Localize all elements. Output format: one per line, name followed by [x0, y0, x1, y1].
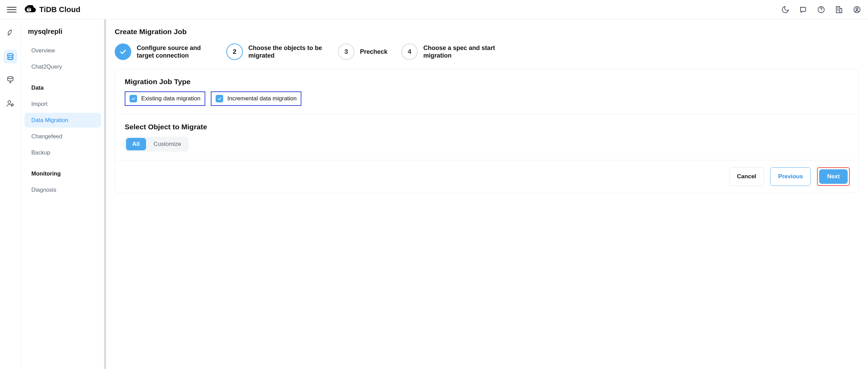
svg-point-5: [8, 53, 13, 56]
tidb-cloud-logo-icon: [22, 5, 36, 14]
select-object-customize-button[interactable]: Customize: [147, 138, 187, 150]
sidebar-item-diagnosis[interactable]: Diagnosis: [24, 182, 101, 197]
stepper: Configure source and target connection 2…: [115, 43, 858, 60]
step-2-label: Choose the objects to be migrated: [248, 44, 324, 60]
select-object-all-button[interactable]: All: [126, 138, 146, 150]
brand-name: TiDB Cloud: [39, 5, 80, 14]
sidebar: mysqlrepli Overview Chat2Query Data Impo…: [21, 19, 105, 369]
job-type-existing-checkbox[interactable]: Existing data migration: [125, 91, 205, 106]
sidebar-item-changefeed[interactable]: Changefeed: [24, 129, 101, 144]
rail-getting-started[interactable]: [3, 26, 17, 40]
cancel-button[interactable]: Cancel: [729, 167, 764, 186]
job-type-incremental-label: Incremental data migration: [227, 95, 297, 102]
topbar: TiDB Cloud: [0, 0, 868, 19]
sidebar-section-data: Data: [24, 80, 101, 95]
step-1-label: Configure source and target connection: [137, 44, 213, 60]
page-title: Create Migration Job: [115, 28, 858, 36]
topbar-right: [781, 6, 861, 14]
sidebar-item-import[interactable]: Import: [24, 97, 101, 111]
checkbox-checked-icon: [130, 95, 137, 102]
migration-card: Migration Job Type Existing data migrati…: [115, 69, 858, 193]
job-type-heading: Migration Job Type: [125, 78, 848, 86]
job-type-existing-label: Existing data migration: [141, 95, 200, 102]
rail-database[interactable]: [3, 73, 17, 87]
svg-point-1: [821, 11, 822, 12]
select-object-toggle: All Customize: [125, 137, 189, 152]
svg-rect-2: [836, 7, 840, 13]
brand[interactable]: TiDB Cloud: [22, 5, 80, 14]
layout: mysqlrepli Overview Chat2Query Data Impo…: [0, 19, 868, 369]
feedback-icon[interactable]: [799, 6, 807, 14]
job-type-row: Existing data migration Incremental data…: [125, 91, 848, 106]
step-4: 4 Choose a spec and start migration: [401, 43, 499, 60]
main-content: Create Migration Job Configure source an…: [105, 19, 868, 369]
checkbox-checked-icon: [216, 95, 223, 102]
next-button[interactable]: Next: [819, 169, 848, 184]
step-1-circle: [115, 43, 131, 60]
svg-point-8: [8, 101, 11, 103]
sidebar-section-monitoring: Monitoring: [24, 166, 101, 181]
svg-point-4: [856, 8, 858, 10]
hamburger-menu-button[interactable]: [7, 5, 17, 14]
step-2: 2 Choose the objects to be migrated: [226, 43, 324, 60]
step-1: Configure source and target connection: [115, 43, 213, 60]
job-type-incremental-checkbox[interactable]: Incremental data migration: [211, 91, 301, 106]
nav-rail: [0, 19, 21, 369]
next-button-highlight: Next: [817, 167, 850, 186]
step-4-label: Choose a spec and start migration: [423, 44, 499, 60]
organization-icon[interactable]: [835, 6, 843, 14]
job-type-section: Migration Job Type Existing data migrati…: [115, 69, 858, 114]
step-3: 3 Precheck: [338, 43, 388, 60]
svg-point-7: [8, 77, 13, 79]
moon-icon[interactable]: [781, 6, 789, 14]
sidebar-scrollbar[interactable]: [104, 19, 106, 369]
user-account-icon[interactable]: [853, 6, 861, 14]
step-4-circle: 4: [401, 43, 418, 60]
select-object-heading: Select Object to Migrate: [125, 123, 848, 131]
rail-admin[interactable]: [3, 97, 17, 110]
previous-button[interactable]: Previous: [770, 167, 811, 186]
step-3-label: Precheck: [360, 48, 388, 56]
step-2-circle: 2: [226, 43, 243, 60]
help-icon[interactable]: [817, 6, 825, 14]
rail-clusters[interactable]: [3, 50, 17, 63]
sidebar-item-backup[interactable]: Backup: [24, 145, 101, 160]
sidebar-item-overview[interactable]: Overview: [24, 43, 101, 58]
step-3-circle: 3: [338, 43, 354, 60]
sidebar-item-chat2query[interactable]: Chat2Query: [24, 59, 101, 74]
sidebar-item-data-migration[interactable]: Data Migration: [24, 113, 101, 128]
topbar-left: TiDB Cloud: [7, 5, 80, 14]
card-footer: Cancel Previous Next: [115, 160, 858, 193]
select-object-section: Select Object to Migrate All Customize: [115, 114, 858, 160]
cluster-name: mysqlrepli: [21, 26, 105, 42]
check-icon: [119, 48, 127, 56]
